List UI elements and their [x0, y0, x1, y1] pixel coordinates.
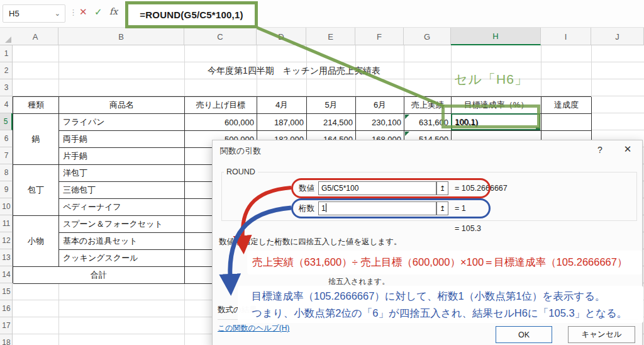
cancel-entry-icon[interactable]: ✕ — [79, 6, 87, 18]
table-header-C[interactable]: 売り上げ目標 — [185, 97, 257, 114]
table-header-B[interactable]: 商品名 — [59, 97, 185, 114]
row-header-17[interactable]: 17 — [0, 317, 13, 334]
dialog-close-icon[interactable]: ✕ — [620, 144, 635, 157]
row-header-1[interactable]: 1 — [0, 45, 13, 62]
product-cell[interactable]: 基本のお道具セット — [59, 233, 185, 250]
blue-note-line2: つまり、小数点第2位の「6」が四捨五入され、結果セルH6に「105.3」となる。 — [252, 305, 643, 322]
dialog-help-icon[interactable]: ? — [594, 145, 606, 155]
product-cell[interactable]: 洋包丁 — [59, 165, 185, 182]
product-cell[interactable]: スプーン＆フォークセット — [59, 216, 185, 233]
value-cell[interactable]: 214,500 — [307, 114, 356, 131]
table-header-F[interactable]: 6月 — [356, 97, 404, 114]
product-cell[interactable]: クッキングスクール — [59, 250, 185, 267]
sheet-title-text: 今年度第1四半期 キッチン用品売上実績表 — [208, 62, 380, 79]
value-cell[interactable]: 230,100 — [356, 114, 404, 131]
row-header-9[interactable]: 9 — [0, 181, 13, 198]
number-arg-red-circle — [291, 178, 491, 198]
confirm-entry-icon[interactable]: ✓ — [94, 6, 103, 18]
column-header-C[interactable]: C — [184, 28, 257, 45]
column-header-A[interactable]: A — [13, 28, 58, 45]
digits-arg-blue-circle — [291, 198, 491, 218]
row-header-11[interactable]: 11 — [0, 215, 13, 232]
product-cell[interactable]: フライパン — [59, 114, 185, 131]
column-header-H[interactable]: H — [451, 28, 541, 45]
cell-h6-callout-label: セル「H6」 — [454, 71, 528, 88]
product-cell[interactable]: 両手鍋 — [59, 131, 185, 148]
red-explanation-note: 売上実績（631,600）÷ 売上目標（600,000）×100＝目標達成率（1… — [247, 251, 642, 274]
row-header-13[interactable]: 13 — [0, 249, 13, 266]
table-header-A[interactable]: 種類 — [13, 97, 59, 114]
select-all-corner[interactable] — [5, 37, 11, 43]
chevron-down-icon[interactable]: ⌄ — [55, 9, 60, 18]
dialog-title: 関数の引数 — [220, 145, 261, 157]
cancel-button[interactable]: キャンセル — [568, 326, 635, 343]
error-indicator-triangle — [405, 132, 409, 136]
row-header-14[interactable]: 14 — [0, 266, 13, 283]
row-header-3[interactable]: 3 — [0, 79, 13, 96]
column-header-D[interactable]: D — [257, 28, 306, 45]
formula-callout: =ROUND(G5/C5*100,1) — [125, 1, 258, 28]
column-header-G[interactable]: G — [404, 28, 451, 45]
row-header-15[interactable]: 15 — [0, 283, 13, 300]
product-cell[interactable]: 片手鍋 — [59, 148, 185, 165]
cell-highlight-box — [441, 105, 540, 128]
product-cell[interactable]: ペディーナイフ — [59, 199, 185, 216]
function-description: 数値を指定した桁数に四捨五入した値を返します。 — [219, 237, 401, 247]
row-header-6[interactable]: 6 — [0, 130, 13, 147]
row-header-7[interactable]: 7 — [0, 147, 13, 164]
table-header-I[interactable]: 達成度 — [541, 97, 592, 114]
row-header-5[interactable]: 5 — [0, 113, 13, 130]
name-box[interactable]: H5 ⌄ — [3, 4, 65, 23]
row-header-2[interactable]: 2 — [0, 62, 13, 79]
value-cell[interactable]: 600,000 — [185, 114, 257, 131]
row-header-10[interactable]: 10 — [0, 198, 13, 215]
column-header-I[interactable]: I — [541, 28, 591, 45]
error-indicator-triangle — [405, 115, 409, 119]
column-header-F[interactable]: F — [355, 28, 404, 45]
column-header-B[interactable]: B — [58, 28, 184, 45]
table-header-D[interactable]: 4月 — [257, 97, 307, 114]
name-box-value: H5 — [9, 9, 19, 18]
blue-note-line1: 目標達成率（105.2666667）に対して、桁数1（小数点第1位）を表示する。 — [252, 288, 643, 305]
blue-explanation-note: 目標達成率（105.2666667）に対して、桁数1（小数点第1位）を表示する。… — [238, 286, 643, 323]
category-cell-小物[interactable]: 小物 — [13, 216, 59, 267]
table-header-E[interactable]: 5月 — [307, 97, 356, 114]
function-help-link[interactable]: この関数のヘルプ(H) — [218, 323, 289, 334]
value-cell[interactable]: 187,000 — [257, 114, 307, 131]
formula-bar: H5 ⌄ ⋮ ✕ ✓ fx — [0, 0, 644, 28]
achievement-cell[interactable] — [541, 114, 592, 131]
function-result-preview: = 105.3 — [455, 224, 481, 233]
row-header-16[interactable]: 16 — [0, 300, 13, 317]
category-cell-鍋[interactable]: 鍋 — [13, 114, 59, 165]
separator-dots-icon: ⋮ — [69, 8, 77, 17]
product-cell[interactable]: 三徳包丁 — [59, 182, 185, 199]
insert-function-icon[interactable]: fx — [109, 6, 118, 16]
category-cell-包丁[interactable]: 包丁 — [13, 165, 59, 216]
row-header-8[interactable]: 8 — [0, 164, 13, 181]
row-header-12[interactable]: 12 — [0, 232, 13, 249]
row-header-4[interactable]: 4 — [0, 96, 13, 113]
total-label-cell[interactable]: 合計 — [13, 267, 185, 284]
ok-button[interactable]: OK — [496, 326, 552, 343]
column-header-E[interactable]: E — [306, 28, 355, 45]
function-name-label: ROUND — [224, 167, 258, 176]
row-header-18[interactable]: 18 — [0, 334, 13, 345]
column-header-J[interactable]: J — [591, 28, 644, 45]
